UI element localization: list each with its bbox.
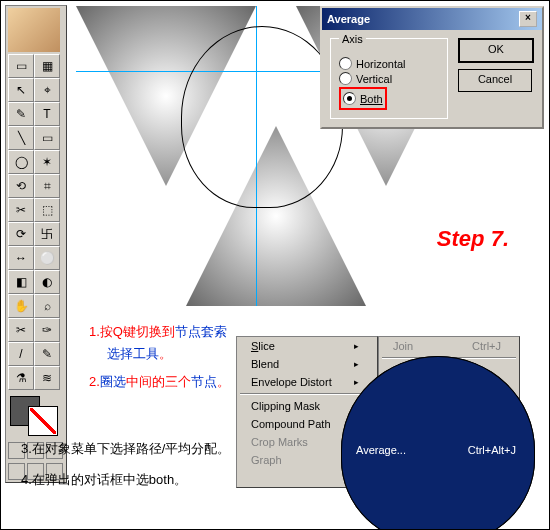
tool-26[interactable]: ⚗ bbox=[8, 366, 34, 390]
tool-8[interactable]: ◯ bbox=[8, 150, 34, 174]
tool-15[interactable]: 卐 bbox=[34, 222, 60, 246]
lasso-selection bbox=[181, 26, 343, 208]
ok-button[interactable]: OK bbox=[458, 38, 534, 63]
tool-21[interactable]: ⌕ bbox=[34, 294, 60, 318]
tool-5[interactable]: T bbox=[34, 102, 60, 126]
tool-20[interactable]: ✋ bbox=[8, 294, 34, 318]
tool-7[interactable]: ▭ bbox=[34, 126, 60, 150]
tool-12[interactable]: ✂ bbox=[8, 198, 34, 222]
mi-blend[interactable]: Blend▸ bbox=[237, 355, 377, 373]
notes-block-1: 1.按Q键切换到节点套索 选择工具。 2.圈选中间的三个节点。 bbox=[89, 321, 230, 393]
tool-6[interactable]: ╲ bbox=[8, 126, 34, 150]
dialog-title: Average bbox=[327, 13, 370, 25]
tool-25[interactable]: ✎ bbox=[34, 342, 60, 366]
tool-4[interactable]: ✎ bbox=[8, 102, 34, 126]
tool-24[interactable]: / bbox=[8, 342, 34, 366]
tool-22[interactable]: ✂ bbox=[8, 318, 34, 342]
mi-envelope[interactable]: Envelope Distort▸ bbox=[237, 373, 377, 391]
app-logo bbox=[8, 8, 60, 52]
color-swatch[interactable] bbox=[8, 394, 60, 438]
tool-2[interactable]: ↖ bbox=[8, 78, 34, 102]
tool-9[interactable]: ✶ bbox=[34, 150, 60, 174]
tool-13[interactable]: ⬚ bbox=[34, 198, 60, 222]
mi-slice[interactable]: SSlicelice▸ bbox=[237, 337, 377, 355]
axis-legend: Axis bbox=[339, 33, 366, 45]
stroke-swatch[interactable] bbox=[28, 406, 58, 436]
close-icon[interactable]: × bbox=[519, 11, 537, 27]
tool-23[interactable]: ✑ bbox=[34, 318, 60, 342]
radio-both[interactable]: Both bbox=[343, 92, 383, 105]
step-label: Step 7. bbox=[437, 226, 509, 252]
tool-1[interactable]: ▦ bbox=[34, 54, 60, 78]
cancel-button[interactable]: Cancel bbox=[458, 69, 532, 92]
tool-14[interactable]: ⟳ bbox=[8, 222, 34, 246]
tool-27[interactable]: ≋ bbox=[34, 366, 60, 390]
tool-19[interactable]: ◐ bbox=[34, 270, 60, 294]
context-menu: SSlicelice▸ Path▸ Blend▸ Envelope Distor… bbox=[236, 336, 520, 488]
tool-0[interactable]: ▭ bbox=[8, 54, 34, 78]
toolbox: ▭▦↖⌖✎T╲▭◯✶⟲⌗✂⬚⟳卐↔⚪◧◐✋⌕✂✑/✎⚗≋ bbox=[5, 5, 67, 483]
dialog-titlebar[interactable]: Average × bbox=[322, 8, 542, 30]
tool-16[interactable]: ↔ bbox=[8, 246, 34, 270]
radio-vertical[interactable]: Vertical bbox=[339, 72, 439, 85]
radio-horizontal[interactable]: Horizontal bbox=[339, 57, 439, 70]
menu-col-2: JoinCtrl+J Average...Ctrl+Alt+J Outline … bbox=[378, 336, 520, 488]
mi-join[interactable]: JoinCtrl+J bbox=[379, 337, 519, 355]
tool-10[interactable]: ⟲ bbox=[8, 174, 34, 198]
mi-average[interactable]: Average...Ctrl+Alt+J bbox=[341, 356, 535, 530]
average-dialog: Average × Axis Horizontal Vertical Both … bbox=[320, 6, 544, 129]
tool-17[interactable]: ⚪ bbox=[34, 246, 60, 270]
notes-block-2: 3.在对象菜单下选择路径/平均分配。 4.在弹出的对话框中选both。 bbox=[21, 433, 230, 495]
tool-11[interactable]: ⌗ bbox=[34, 174, 60, 198]
tool-3[interactable]: ⌖ bbox=[34, 78, 60, 102]
tool-18[interactable]: ◧ bbox=[8, 270, 34, 294]
radio-both-highlight: Both bbox=[339, 87, 387, 110]
axis-group: Axis Horizontal Vertical Both bbox=[330, 38, 448, 119]
